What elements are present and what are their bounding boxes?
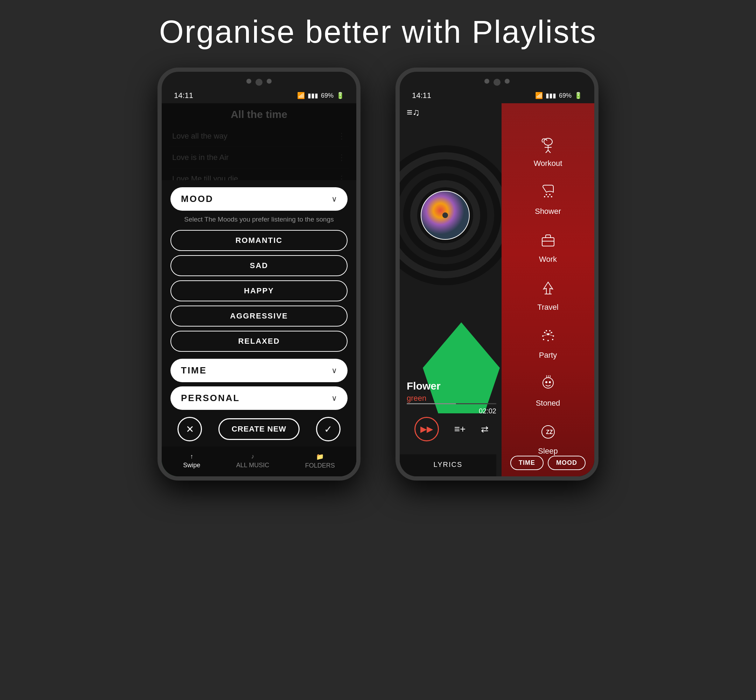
left-status-bar: 14:11 📶 ▮▮▮ 69% 🔋 [162, 72, 356, 102]
all-music-icon: ♪ [251, 453, 254, 460]
left-bottom-nav: ↑ Swipe ♪ ALL MUSIC 📁 FOLDERS [162, 447, 356, 477]
folders-icon: 📁 [316, 453, 324, 461]
svg-point-11 [442, 212, 448, 218]
svg-point-39 [543, 378, 553, 388]
menu-icon[interactable]: ≡♫ [407, 107, 420, 118]
svg-rect-22 [542, 238, 554, 246]
player-controls: ▶▶ ≡+ ⇄ [407, 417, 496, 441]
mood-btn-relaxed[interactable]: RELAXED [170, 331, 348, 352]
right-wifi-icon: 📶 [535, 92, 543, 99]
right-status-icons: 📶 ▮▮▮ 69% 🔋 [535, 92, 582, 99]
work-icon [539, 231, 557, 252]
shuffle-icon: ⇄ [481, 424, 489, 434]
playlist-item-workout[interactable]: Workout [501, 128, 594, 176]
signal-icon: ▮▮▮ [308, 92, 318, 99]
create-new-label: CREATE NEW [232, 425, 286, 433]
battery-icon: 🔋 [336, 92, 344, 99]
personal-dropdown[interactable]: PERSONAL ∨ [170, 386, 348, 410]
right-battery-icon: 🔋 [574, 92, 582, 99]
nav-swipe[interactable]: ↑ Swipe [183, 453, 200, 469]
sleep-icon: ZZ [539, 423, 557, 444]
swipe-icon: ↑ [190, 453, 193, 460]
playlist-item-party[interactable]: Party [501, 320, 594, 367]
right-signal-icon: ▮▮▮ [546, 92, 556, 99]
camera-area [247, 79, 272, 86]
progress-fill [407, 403, 456, 404]
mood-label: MOOD [181, 194, 214, 205]
modal-panel[interactable]: MOOD ∨ Select The Moods you prefer liste… [162, 180, 356, 477]
svg-point-30 [546, 330, 547, 331]
cancel-icon: ✕ [186, 423, 194, 435]
svg-line-38 [548, 334, 553, 336]
nav-all-music[interactable]: ♪ ALL MUSIC [236, 453, 269, 469]
time-dropdown[interactable]: TIME ∨ [170, 359, 348, 382]
now-playing-info: Flower green [407, 380, 440, 403]
work-label: Work [539, 255, 557, 264]
confirm-icon: ✓ [324, 423, 332, 435]
sleep-label: Sleep [538, 447, 558, 456]
mood-btn-sad[interactable]: SAD [170, 255, 348, 276]
song-title: Flower [407, 380, 440, 392]
progress-area[interactable]: 02:02 [407, 403, 496, 415]
workout-icon [539, 136, 557, 156]
right-screen: ≡♫ Flower green 02:02 ▶▶ ≡+ [400, 103, 594, 477]
confirm-button[interactable]: ✓ [316, 417, 341, 441]
time-pill[interactable]: TIME [510, 456, 544, 470]
travel-icon [539, 279, 557, 300]
mood-btn-happy[interactable]: HAPPY [170, 280, 348, 302]
panel-bottom-pills: TIME MOOD [510, 456, 586, 470]
time-label: TIME [181, 365, 207, 376]
svg-point-32 [543, 339, 544, 340]
create-new-button[interactable]: CREATE NEW [219, 418, 300, 440]
left-screen: All the time Love all the way ⋮ Love is … [162, 103, 356, 477]
right-battery: 69% [559, 92, 572, 99]
playlist-menu-icon: ≡♫ [407, 107, 420, 117]
right-camera-area [484, 79, 509, 86]
play-icon: ▶▶ [420, 424, 433, 434]
svg-line-16 [548, 150, 551, 153]
time-pill-label: TIME [519, 459, 535, 466]
svg-point-20 [544, 196, 545, 197]
stoned-icon [539, 375, 557, 396]
mood-btn-aggressive[interactable]: AGGRESSIVE [170, 306, 348, 327]
stoned-label: Stoned [536, 398, 560, 408]
time-chevron-icon: ∨ [331, 366, 337, 375]
personal-chevron-icon: ∨ [331, 394, 337, 403]
progress-bar [407, 403, 496, 404]
svg-point-18 [549, 194, 551, 195]
svg-point-40 [545, 381, 547, 383]
party-label: Party [539, 351, 557, 360]
right-time: 14:11 [412, 91, 431, 100]
play-button[interactable]: ▶▶ [414, 417, 439, 441]
playlist-item-work[interactable]: Work [501, 223, 594, 272]
lyrics-label[interactable]: LYRICS [434, 461, 463, 469]
mood-dropdown[interactable]: MOOD ∨ [170, 187, 348, 211]
travel-label: Travel [537, 303, 558, 312]
nav-folders[interactable]: 📁 FOLDERS [305, 453, 335, 469]
svg-line-15 [546, 150, 548, 153]
mood-description: Select The Moods you prefer listening to… [170, 215, 348, 224]
workout-label: Workout [534, 159, 562, 168]
right-status-bar: 14:11 📶 ▮▮▮ 69% 🔋 [400, 72, 594, 102]
svg-point-21 [551, 196, 552, 197]
mood-chevron-icon: ∨ [331, 195, 337, 204]
personal-label: PERSONAL [181, 393, 240, 403]
playlist-item-travel[interactable]: Travel [501, 272, 594, 320]
playlist-item-stoned[interactable]: Stoned [501, 367, 594, 416]
svg-point-31 [549, 330, 551, 331]
add-queue-button[interactable]: ≡+ [454, 423, 466, 435]
vinyl-record [395, 145, 515, 285]
mood-pill[interactable]: MOOD [548, 456, 586, 470]
mood-pill-label: MOOD [556, 459, 577, 466]
party-icon [539, 327, 557, 348]
svg-text:ZZ: ZZ [546, 429, 553, 435]
svg-line-37 [543, 334, 548, 336]
playlist-item-shower[interactable]: Shower [501, 176, 594, 223]
cancel-button[interactable]: ✕ [178, 417, 202, 441]
svg-point-33 [552, 339, 553, 340]
wifi-icon: 📶 [297, 92, 305, 99]
shuffle-button[interactable]: ⇄ [481, 424, 489, 435]
shower-icon [539, 183, 557, 204]
progress-time: 02:02 [407, 407, 496, 415]
mood-btn-romantic[interactable]: ROMANTIC [170, 230, 348, 251]
